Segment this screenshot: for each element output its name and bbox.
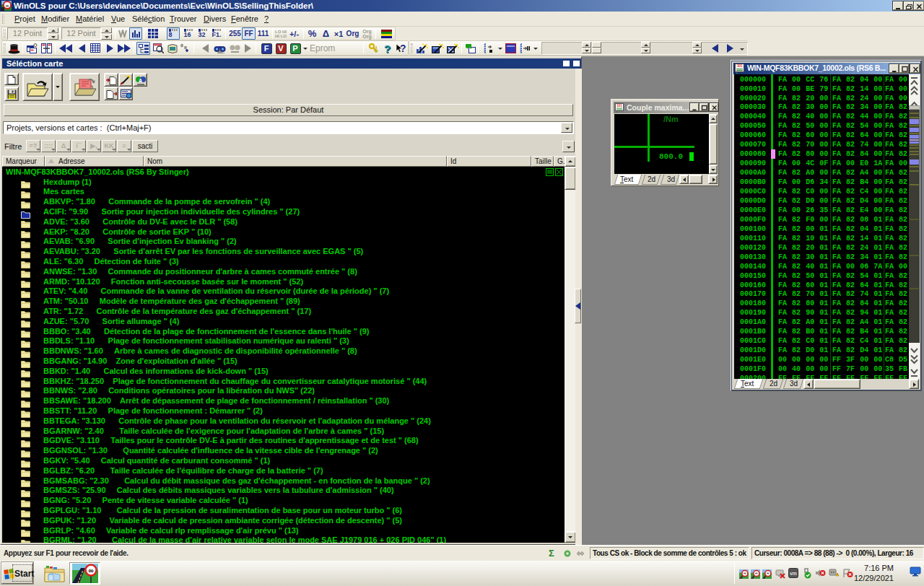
- svg-text:!: !: [837, 573, 837, 577]
- svg-text:∞: ∞: [755, 571, 758, 575]
- svg-text:vm: vm: [790, 571, 797, 576]
- svg-text:101: 101: [737, 64, 743, 68]
- svg-text:101: 101: [616, 104, 622, 108]
- svg-text:∞: ∞: [88, 567, 93, 574]
- svg-text:∞: ∞: [744, 571, 746, 575]
- svg-text:101..: 101..: [217, 51, 225, 54]
- svg-text:A: A: [139, 78, 142, 83]
- svg-text:∞: ∞: [767, 571, 770, 575]
- svg-text:∞: ∞: [6, 4, 9, 8]
